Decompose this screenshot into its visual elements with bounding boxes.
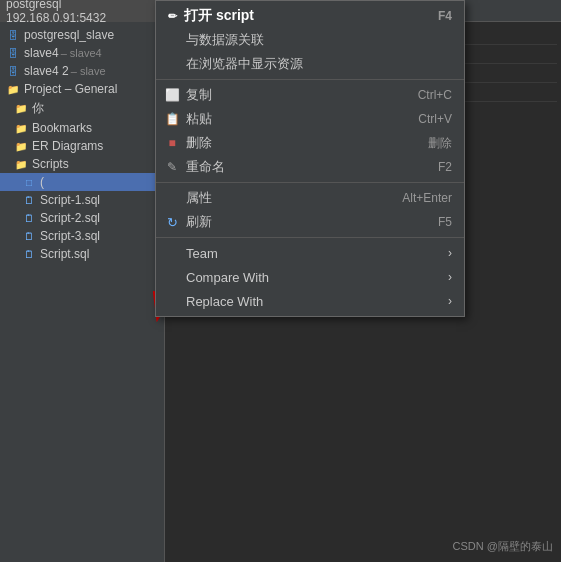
menu-item-label: 删除 <box>186 134 212 152</box>
menu-shortcut: F2 <box>438 160 452 174</box>
item-label: ( <box>40 175 44 189</box>
list-item[interactable]: 🗄 slave4 – slave4 <box>0 44 164 62</box>
watermark-text: CSDN @隔壁的泰山 <box>453 540 553 552</box>
menu-item-label: Team <box>186 246 218 261</box>
item-sub: – slave4 <box>61 47 102 59</box>
list-item[interactable]: □ ( <box>0 173 164 191</box>
script-icon: 🗒 <box>22 247 36 261</box>
menu-item-copy[interactable]: ⬜ 复制 Ctrl+C <box>156 83 464 107</box>
item-label: 你 <box>32 100 44 117</box>
list-item[interactable]: 🗒 Script.sql <box>0 245 164 263</box>
file-tree-panel: postgresql 192.168.0.91:5432 🗄 postgresq… <box>0 0 165 562</box>
copy-icon: ⬜ <box>164 87 180 103</box>
separator <box>156 237 464 238</box>
menu-item-properties[interactable]: 属性 Alt+Enter <box>156 186 464 210</box>
db-icon: 🗄 <box>6 46 20 60</box>
menu-item-label: 属性 <box>186 189 212 207</box>
folder-icon: 📁 <box>14 157 28 171</box>
folder-icon: 📁 <box>14 102 28 116</box>
item-label: Script-2.sql <box>40 211 100 225</box>
list-item[interactable]: 🗒 Script-2.sql <box>0 209 164 227</box>
top-bar-text: postgresql 192.168.0.91:5432 <box>6 0 158 25</box>
menu-item-refresh[interactable]: ↻ 刷新 F5 <box>156 210 464 234</box>
menu-shortcut: Ctrl+C <box>418 88 452 102</box>
menu-item-label: 在浏览器中显示资源 <box>186 55 303 73</box>
item-label: Scripts <box>32 157 69 171</box>
top-bar: postgresql 192.168.0.91:5432 <box>0 0 164 22</box>
item-label: postgresql_slave <box>24 28 114 42</box>
list-item[interactable]: 📁 ER Diagrams <box>0 137 164 155</box>
item-label: Project – General <box>24 82 117 96</box>
paste-icon: 📋 <box>164 111 180 127</box>
item-label: slave4 2 <box>24 64 69 78</box>
menu-shortcut: F5 <box>438 215 452 229</box>
menu-item-rename[interactable]: ✎ 重命名 F2 <box>156 155 464 179</box>
list-item[interactable]: 🗄 postgresql_slave <box>0 26 164 44</box>
folder-icon: 📁 <box>6 82 20 96</box>
script-icon: □ <box>22 175 36 189</box>
item-sub: – slave <box>71 65 106 77</box>
menu-item-label: 打开 script <box>184 7 254 25</box>
menu-shortcut: 删除 <box>428 135 452 152</box>
submenu-arrow-icon: › <box>448 294 452 308</box>
list-item[interactable]: 📁 Bookmarks <box>0 119 164 137</box>
menu-item-open-script[interactable]: ✏ 打开 script F4 <box>156 4 464 28</box>
item-label: slave4 <box>24 46 59 60</box>
script-icon: 🗒 <box>22 211 36 225</box>
menu-shortcut: Ctrl+V <box>418 112 452 126</box>
item-label: Script.sql <box>40 247 89 261</box>
rename-icon: ✎ <box>164 159 180 175</box>
item-label: ER Diagrams <box>32 139 103 153</box>
list-item[interactable]: 🗄 slave4 2 – slave <box>0 62 164 80</box>
db-icon: 🗄 <box>6 64 20 78</box>
delete-icon: ■ <box>164 135 180 151</box>
menu-item-label: 重命名 <box>186 158 225 176</box>
menu-item-compare-with[interactable]: Compare With › <box>156 265 464 289</box>
menu-item-label: 刷新 <box>186 213 212 231</box>
menu-item-label: 粘贴 <box>186 110 212 128</box>
menu-shortcut: Alt+Enter <box>402 191 452 205</box>
list-item[interactable]: 🗒 Script-3.sql <box>0 227 164 245</box>
list-item[interactable]: 📁 你 <box>0 98 164 119</box>
list-item[interactable]: 📁 Project – General <box>0 80 164 98</box>
list-item[interactable]: 📁 Scripts <box>0 155 164 173</box>
db-icon: 🗄 <box>6 28 20 42</box>
menu-shortcut: F4 <box>438 9 452 23</box>
menu-item-team[interactable]: Team › <box>156 241 464 265</box>
script-icon: 🗒 <box>22 193 36 207</box>
item-label: Bookmarks <box>32 121 92 135</box>
separator <box>156 182 464 183</box>
menu-item-label: 复制 <box>186 86 212 104</box>
submenu-arrow-icon: › <box>448 270 452 284</box>
separator <box>156 79 464 80</box>
item-label: Script-1.sql <box>40 193 100 207</box>
watermark: CSDN @隔壁的泰山 <box>453 539 553 554</box>
menu-item-show-browser[interactable]: 在浏览器中显示资源 <box>156 52 464 76</box>
menu-item-paste[interactable]: 📋 粘贴 Ctrl+V <box>156 107 464 131</box>
item-label: Script-3.sql <box>40 229 100 243</box>
folder-icon: 📁 <box>14 121 28 135</box>
context-menu: ✏ 打开 script F4 与数据源关联 在浏览器中显示资源 ⬜ 复制 Ctr… <box>155 0 465 317</box>
refresh-icon: ↻ <box>164 214 180 230</box>
menu-item-label: Compare With <box>186 270 269 285</box>
menu-item-replace-with[interactable]: Replace With › <box>156 289 464 313</box>
edit-icon: ✏ <box>164 8 180 24</box>
menu-item-link-datasource[interactable]: 与数据源关联 <box>156 28 464 52</box>
menu-item-label: Replace With <box>186 294 263 309</box>
script-icon: 🗒 <box>22 229 36 243</box>
menu-item-delete[interactable]: ■ 删除 删除 <box>156 131 464 155</box>
folder-icon: 📁 <box>14 139 28 153</box>
submenu-arrow-icon: › <box>448 246 452 260</box>
list-item[interactable]: 🗒 Script-1.sql <box>0 191 164 209</box>
menu-item-label: 与数据源关联 <box>186 31 264 49</box>
file-tree: 🗄 postgresql_slave 🗄 slave4 – slave4 🗄 s… <box>0 22 164 267</box>
